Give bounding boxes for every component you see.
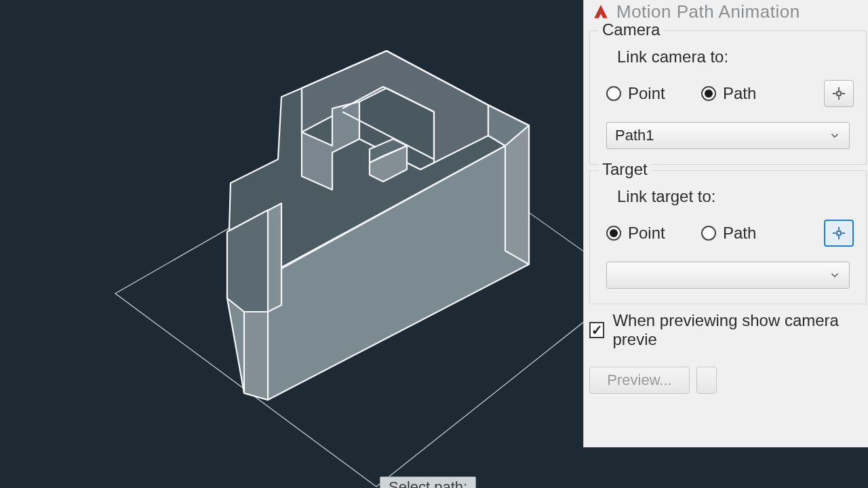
checkbox-icon: ✓ xyxy=(589,322,604,338)
model-wireframe xyxy=(0,0,583,488)
camera-group: Camera Link camera to: Point Path xyxy=(589,30,867,165)
chevron-down-icon xyxy=(829,269,841,281)
preview-checkbox-row[interactable]: ✓ When previewing show camera previe xyxy=(589,311,867,349)
crosshair-icon xyxy=(831,86,846,101)
crosshair-icon xyxy=(831,226,846,241)
target-point-radio[interactable]: Point xyxy=(606,224,701,243)
link-camera-label: Link camera to: xyxy=(617,47,854,66)
radio-icon xyxy=(606,226,621,241)
svg-rect-25 xyxy=(837,231,841,235)
target-pick-button[interactable] xyxy=(824,220,854,247)
radio-icon xyxy=(701,86,716,101)
radio-icon xyxy=(606,86,621,101)
camera-path-dropdown[interactable]: Path1 xyxy=(606,122,850,149)
preview-button[interactable]: Preview... xyxy=(589,367,690,394)
target-path-radio[interactable]: Path xyxy=(701,224,756,243)
secondary-button[interactable] xyxy=(696,367,717,394)
svg-rect-20 xyxy=(837,92,841,96)
link-target-label: Link target to: xyxy=(617,187,854,206)
command-tooltip: Select path: xyxy=(380,476,476,488)
target-group: Target Link target to: Point Path xyxy=(589,170,867,304)
target-path-dropdown[interactable] xyxy=(606,262,850,289)
camera-path-radio[interactable]: Path xyxy=(701,84,756,103)
target-legend: Target xyxy=(598,160,652,179)
camera-legend: Camera xyxy=(598,20,664,39)
radio-icon xyxy=(701,226,716,241)
motion-path-dialog: Motion Path Animation Camera Link camera… xyxy=(583,0,868,447)
autocad-logo-icon xyxy=(592,3,610,21)
camera-point-radio[interactable]: Point xyxy=(606,84,701,103)
camera-pick-button[interactable] xyxy=(824,80,854,107)
chevron-down-icon xyxy=(829,129,841,142)
svg-marker-7 xyxy=(505,125,529,264)
preview-check-label: When previewing show camera previe xyxy=(612,311,867,349)
